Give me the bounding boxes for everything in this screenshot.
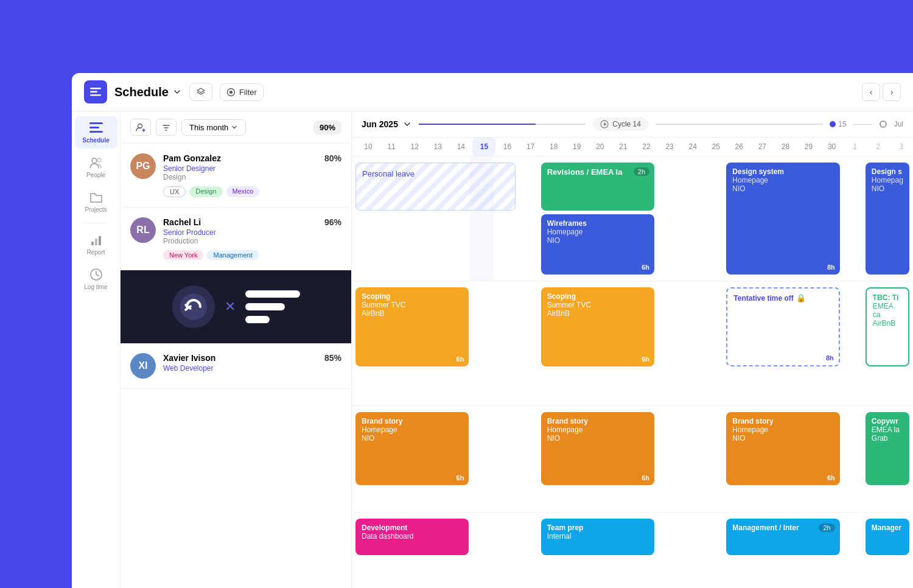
date-jul2: 2	[867, 138, 890, 156]
event-design-system[interactable]: Design system Homepage NIO 8h	[726, 163, 839, 275]
date-30: 30	[820, 138, 844, 156]
today-ring	[880, 121, 887, 128]
person-dept: Design	[163, 173, 317, 181]
main-layout: Schedule People Projects	[72, 111, 913, 588]
svg-rect-2	[90, 94, 101, 96]
event-revisions[interactable]: Revisions / EMEA la 2h	[541, 163, 654, 211]
event-design-s[interactable]: Design s Homepag NIO	[866, 163, 909, 275]
event-copywr[interactable]: Copywr EMEA la Grab	[866, 412, 909, 485]
person-role: Web Developer	[163, 364, 317, 373]
chart-icon	[89, 233, 103, 247]
event-scoping-left[interactable]: Scoping Summer TVC AirBnB 6h	[355, 287, 469, 366]
app-window: Schedule Filter ‹	[72, 73, 913, 588]
svg-rect-11	[95, 239, 97, 245]
avatar: PG	[130, 153, 156, 179]
people-icon	[89, 156, 103, 169]
date-15: 15	[472, 138, 495, 156]
tag: New York	[163, 250, 203, 260]
svg-rect-6	[89, 127, 99, 128]
tag: Design	[189, 186, 222, 197]
date-19: 19	[565, 138, 589, 156]
date-22: 22	[635, 138, 658, 156]
month-navigator: Jun 2025	[362, 119, 411, 129]
svg-rect-1	[90, 91, 97, 93]
promo-x-symbol: ✕	[225, 299, 236, 315]
event-brand-story-2[interactable]: Brand story Homepage NIO 6h	[541, 412, 654, 485]
event-development[interactable]: Development Data dashboard	[355, 519, 469, 555]
event-team-prep[interactable]: Team prep Internal	[541, 519, 654, 555]
date-jul3: 3	[890, 138, 913, 156]
promo-logo	[172, 285, 215, 328]
sidebar-item-schedule[interactable]: Schedule	[75, 116, 117, 149]
date-10: 10	[357, 138, 380, 156]
person-name: Rachel Li	[163, 217, 317, 227]
layers-button[interactable]	[189, 83, 212, 101]
event-scoping-right[interactable]: Scoping Summer TVC AirBnB 6h	[541, 287, 654, 366]
event-manager[interactable]: Manager	[866, 519, 909, 555]
menu-icon	[89, 121, 103, 135]
calendar-row-2: Scoping Summer TVC AirBnB 6h Scoping Sum…	[352, 281, 913, 406]
avatar: XI	[130, 353, 156, 379]
nav-next-button[interactable]: ›	[883, 83, 901, 101]
event-management[interactable]: Management / Inter 2h	[726, 519, 839, 555]
person-role: Senior Producer	[163, 228, 317, 237]
svg-rect-0	[90, 88, 101, 89]
person-role: Senior Designer	[163, 164, 317, 173]
date-25: 25	[704, 138, 727, 156]
person-list: PG Pam Gonzalez Senior Designer Design U…	[121, 144, 351, 588]
chevron-down-icon	[172, 87, 182, 97]
event-personal-leave[interactable]: Personal leave	[355, 163, 516, 211]
cycle-badge: Cycle 14	[593, 117, 648, 131]
folder-icon	[89, 191, 103, 204]
person-dept: Production	[163, 237, 317, 245]
tag: UX	[163, 186, 186, 197]
calendar-area: Jun 2025 Cycle 14	[352, 111, 913, 588]
promo-brand-logo	[245, 290, 300, 323]
svg-point-15	[180, 293, 207, 320]
event-brand-story-3[interactable]: Brand story Homepage NIO 6h	[726, 412, 839, 485]
sidebar-item-report[interactable]: Report	[75, 228, 117, 261]
date-18: 18	[542, 138, 565, 156]
date-jul1: 1	[844, 138, 867, 156]
tag: Mexico	[226, 186, 260, 197]
date-17: 17	[519, 138, 542, 156]
nav-arrows: ‹ ›	[862, 83, 901, 101]
list-item[interactable]: PG Pam Gonzalez Senior Designer Design U…	[121, 144, 351, 208]
nav-prev-button[interactable]: ‹	[862, 83, 880, 101]
list-item[interactable]: XI Xavier Ivison Web Developer 85%	[121, 343, 351, 389]
svg-point-9	[97, 158, 101, 162]
svg-rect-5	[89, 122, 103, 124]
sort-button[interactable]	[156, 119, 177, 136]
date-row: 10 11 12 13 14 15 16 17 18 19 20 21 22 2…	[352, 138, 913, 156]
avatar: RL	[130, 217, 156, 243]
date-11: 11	[380, 138, 403, 156]
svg-marker-19	[604, 122, 607, 126]
progress-bar	[419, 124, 586, 125]
date-29: 29	[797, 138, 820, 156]
person-utilization: 80%	[324, 153, 341, 163]
clock-icon	[89, 268, 103, 281]
month-dropdown-icon[interactable]	[403, 120, 411, 128]
sidebar-item-logtime[interactable]: Log time	[75, 263, 117, 295]
sidebar-item-projects[interactable]: Projects	[75, 186, 117, 218]
top-bar: Schedule Filter ‹	[72, 73, 913, 111]
person-name: Pam Gonzalez	[163, 153, 317, 163]
progress-bar-right	[656, 124, 822, 125]
date-20: 20	[589, 138, 612, 156]
event-brand-story-1[interactable]: Brand story Homepage NIO 6h	[355, 412, 469, 485]
person-tags: New York Management	[163, 250, 317, 260]
date-28: 28	[774, 138, 797, 156]
event-tbc[interactable]: TBC: Ti EMEA ca AirBnB	[866, 287, 909, 366]
filter-button[interactable]: Filter	[220, 83, 264, 101]
menu-button[interactable]	[84, 80, 107, 103]
add-person-button[interactable]	[130, 119, 151, 136]
list-item[interactable]: RL Rachel Li Senior Producer Production …	[121, 208, 351, 270]
people-toolbar: This month 90%	[121, 111, 351, 144]
sidebar-item-people[interactable]: People	[75, 151, 117, 183]
event-wireframes[interactable]: Wireframes Homepage NIO 6h	[541, 214, 654, 275]
date-23: 23	[658, 138, 681, 156]
calendar-header: Jun 2025 Cycle 14	[352, 111, 913, 138]
event-tentative-time-off[interactable]: Tentative time off 🔒 8h	[726, 287, 839, 366]
date-26: 26	[727, 138, 750, 156]
month-selector[interactable]: This month	[181, 119, 246, 136]
